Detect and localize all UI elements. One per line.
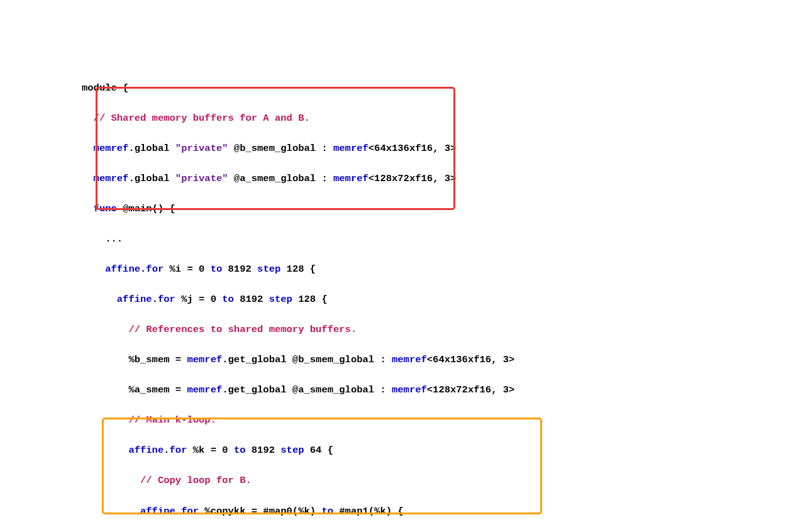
code-line: affine.for %j = 0 to 8192 step 128 { <box>82 292 793 307</box>
code-line: affine.for %copykk = #map0(%k) to #map1(… <box>82 504 793 519</box>
code-line: func @main() { <box>82 201 793 216</box>
code-line: // Shared memory buffers for A and B. <box>82 111 793 126</box>
code-line: memref.global "private" @a_smem_global :… <box>82 171 793 186</box>
code-line: // Copy loop for B. <box>82 473 793 488</box>
code-line: %b_smem = memref.get_global @b_smem_glob… <box>82 352 793 367</box>
code-line: // Main k-loop. <box>82 413 793 428</box>
code-line: module { <box>82 80 793 96</box>
code-line: %a_smem = memref.get_global @a_smem_glob… <box>82 382 793 397</box>
code-listing: module { // Shared memory buffers for A … <box>82 65 793 532</box>
code-line: ... <box>82 231 793 247</box>
code-line: affine.for %k = 0 to 8192 step 64 { <box>82 443 793 458</box>
code-line: // References to shared memory buffers. <box>82 322 793 337</box>
code-line: memref.global "private" @b_smem_global :… <box>82 141 793 156</box>
code-line: affine.for %i = 0 to 8192 step 128 { <box>82 262 793 277</box>
